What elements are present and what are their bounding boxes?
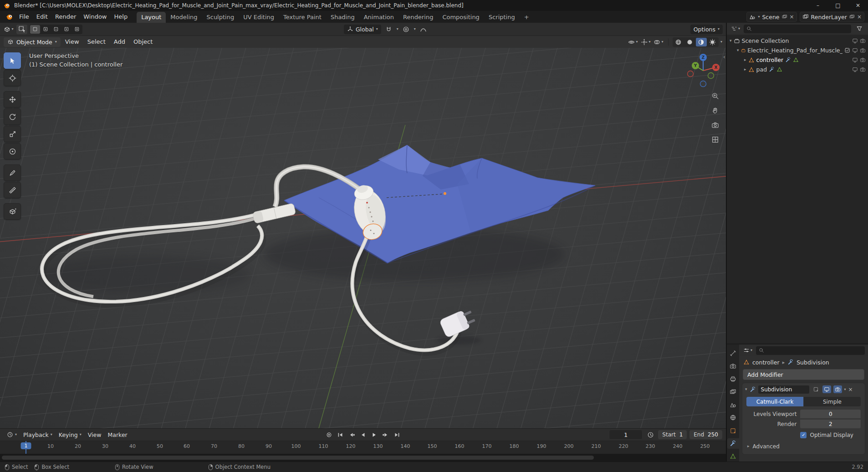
camera-view-button[interactable]	[710, 120, 720, 130]
play-reverse-button[interactable]	[358, 430, 368, 439]
properties-search-input[interactable]	[766, 347, 862, 354]
outliner-search[interactable]	[744, 25, 851, 33]
scene-selector[interactable]: ▾ Scene ×	[746, 12, 797, 22]
workspace-tab-texture-paint[interactable]: Texture Paint	[279, 12, 326, 23]
workspace-tab-modeling[interactable]: Modeling	[166, 12, 202, 23]
modifier-extras-chevron[interactable]: ▾	[844, 388, 846, 391]
gizmos-dropdown[interactable]: ▾	[640, 37, 651, 47]
timeline-editor-type-button[interactable]: ▾	[4, 431, 20, 438]
new-view-layer-button[interactable]	[849, 14, 855, 20]
tab-scene[interactable]	[727, 400, 739, 410]
camera-icon[interactable]	[860, 47, 866, 53]
outliner-item-label[interactable]: controller	[756, 56, 784, 63]
tab-object-data[interactable]	[727, 451, 739, 462]
overlays-dropdown[interactable]: ▾	[653, 37, 664, 47]
viewport-menu-view[interactable]: View	[61, 36, 83, 48]
add-modifier-button[interactable]: Add Modifier	[743, 369, 864, 380]
remove-view-layer-button[interactable]: ×	[857, 14, 862, 20]
transform-tool[interactable]	[4, 143, 21, 159]
tab-object[interactable]	[727, 426, 739, 436]
remove-modifier-button[interactable]: ×	[848, 387, 853, 392]
shading-wireframe-button[interactable]	[673, 38, 684, 46]
expand-caret-icon[interactable]: ▸	[744, 67, 746, 72]
select-intersect-button[interactable]	[72, 25, 82, 34]
viewport-menu-add[interactable]: Add	[110, 36, 129, 48]
view-layer-selector[interactable]: RenderLayer ×	[800, 12, 864, 22]
active-tool-button[interactable]	[16, 25, 27, 34]
annotate-tool[interactable]	[4, 164, 21, 181]
workspace-tab-scripting[interactable]: Scripting	[484, 12, 520, 23]
sidebar-collapse-arrow[interactable]: ‹	[723, 53, 725, 60]
frame-end-field[interactable]: End 250	[689, 430, 722, 439]
viewport-menu-select[interactable]: Select	[84, 36, 109, 48]
outliner-row-pad[interactable]: ▸ pad	[727, 65, 868, 74]
screen-icon[interactable]	[852, 38, 858, 44]
edit-mode-toggle[interactable]	[812, 385, 820, 393]
select-set-button[interactable]	[30, 25, 40, 34]
workspace-tab-layout[interactable]: Layout	[137, 12, 166, 23]
playhead-frame-badge[interactable]: 1	[21, 442, 31, 449]
scale-tool[interactable]	[4, 126, 21, 142]
jump-to-start-button[interactable]	[335, 430, 345, 439]
timeline-menu-playback[interactable]: Playback▾	[20, 431, 56, 438]
outliner-editor-type-button[interactable]: ▾	[730, 24, 741, 34]
workspace-tab-rendering[interactable]: Rendering	[398, 12, 438, 23]
snap-settings-chevron[interactable]: ▾	[397, 27, 398, 31]
proportional-settings-chevron[interactable]: ▾	[414, 27, 416, 31]
menu-edit[interactable]: Edit	[33, 11, 51, 23]
breadcrumb-modifier[interactable]: Subdivision	[797, 359, 829, 366]
select-subtract-button[interactable]	[51, 25, 61, 34]
simple-button[interactable]: Simple	[804, 397, 861, 406]
outliner-row-collection[interactable]: ▾ Electric_Heating_Pad_for_Muscle_and_Jo…	[727, 46, 868, 55]
expand-caret-icon[interactable]: ▾	[737, 48, 739, 52]
breadcrumb-object[interactable]: controller	[752, 359, 780, 366]
properties-search[interactable]	[756, 346, 865, 355]
select-extend-button[interactable]	[41, 25, 51, 34]
expand-caret-icon[interactable]: ▸	[744, 58, 746, 62]
frame-start-field[interactable]: Start 1	[658, 430, 687, 439]
blender-app-menu[interactable]	[4, 13, 15, 21]
outliner-item-label[interactable]: Scene Collection	[742, 37, 789, 44]
outliner-search-input[interactable]	[754, 25, 848, 32]
falloff-button[interactable]	[418, 25, 429, 34]
viewport-menu-object[interactable]: Object	[130, 36, 156, 48]
snap-toggle-button[interactable]	[383, 25, 394, 34]
minimize-button[interactable]: –	[808, 0, 828, 11]
properties-editor-type-button[interactable]: ▾	[742, 346, 753, 355]
camera-icon[interactable]	[860, 57, 866, 63]
tab-modifiers[interactable]	[727, 438, 739, 448]
workspace-tab-animation[interactable]: Animation	[359, 12, 398, 23]
measure-tool[interactable]	[4, 182, 21, 198]
tab-world[interactable]	[727, 413, 739, 423]
show-hide-dropdown[interactable]: ▾	[628, 37, 638, 47]
maximize-button[interactable]: □	[828, 0, 848, 11]
jump-to-end-button[interactable]	[392, 430, 402, 439]
tab-tool[interactable]	[727, 348, 739, 358]
menu-help[interactable]: Help	[111, 11, 132, 23]
render-levels-field[interactable]: 2	[800, 420, 861, 428]
shading-solid-button[interactable]	[684, 38, 695, 46]
zoom-button[interactable]	[710, 91, 720, 101]
play-button[interactable]	[369, 430, 379, 439]
move-tool[interactable]	[4, 91, 21, 108]
outliner-item-label[interactable]: pad	[756, 66, 767, 73]
outliner-row-scene-collection[interactable]: ▾ Scene Collection	[727, 36, 868, 46]
advanced-section-toggle[interactable]: ▸ Advanced	[746, 441, 861, 451]
timeline-scroll-thumb[interactable]	[2, 456, 594, 460]
screen-icon[interactable]	[852, 47, 858, 53]
previous-keyframe-button[interactable]	[347, 430, 357, 439]
shading-settings-chevron[interactable]: ▾	[720, 40, 722, 44]
menu-render[interactable]: Render	[51, 11, 80, 23]
gizmo-minus-y-axis[interactable]	[708, 73, 714, 79]
screen-icon[interactable]	[852, 57, 858, 63]
shading-rendered-button[interactable]	[707, 38, 718, 46]
navigation-gizmo[interactable]: Z X Y	[685, 51, 721, 87]
optimal-display-checkbox[interactable]: ✓	[800, 432, 807, 438]
expand-caret-icon[interactable]: ▾	[730, 39, 732, 43]
modifier-name-field[interactable]: Subdivision	[758, 385, 809, 394]
timeline-menu-view[interactable]: View	[85, 431, 105, 438]
add-cube-tool[interactable]	[4, 203, 21, 220]
cursor-tool[interactable]	[4, 70, 21, 86]
ortho-perspective-button[interactable]	[710, 134, 720, 144]
menu-window[interactable]: Window	[80, 11, 110, 23]
